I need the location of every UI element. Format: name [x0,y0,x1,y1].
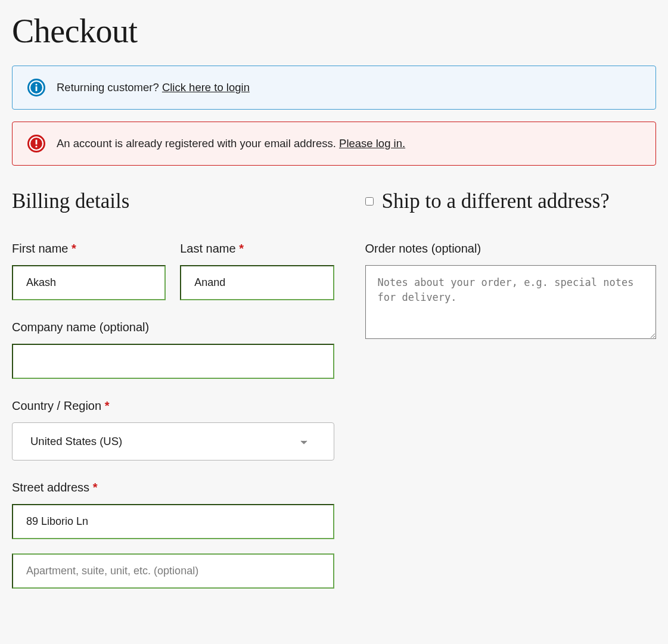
required-marker: * [93,481,98,494]
ship-different-checkbox[interactable] [365,197,374,206]
country-select[interactable]: United States (US) [12,422,334,461]
order-notes-textarea[interactable] [365,265,657,339]
login-link[interactable]: Click here to login [162,81,250,94]
notice-error-text: An account is already registered with yo… [57,137,405,150]
page-title: Checkout [12,12,656,50]
notice-returning-customer: Returning customer? Click here to login [12,66,656,110]
chevron-down-icon [300,435,307,448]
first-name-label: First name * [12,242,166,256]
notice-info-prefix: Returning customer? [57,81,162,94]
required-marker: * [105,399,110,412]
country-label-text: Country / Region [12,399,105,412]
info-icon [27,78,46,97]
svg-rect-3 [36,86,38,91]
svg-point-2 [35,83,37,85]
billing-heading: Billing details [12,189,334,213]
last-name-input[interactable] [180,265,334,300]
error-icon [27,134,46,153]
country-label: Country / Region * [12,399,334,413]
notice-account-exists: An account is already registered with yo… [12,122,656,166]
svg-rect-6 [36,140,38,145]
svg-point-7 [35,145,37,147]
street-label-text: Street address [12,481,93,494]
last-name-label-text: Last name [180,242,239,255]
required-marker: * [239,242,244,255]
company-input[interactable] [12,344,334,379]
order-notes-label: Order notes (optional) [365,242,657,256]
notice-info-text: Returning customer? Click here to login [57,81,250,94]
required-marker: * [72,242,76,255]
street-label: Street address * [12,481,334,494]
last-name-label: Last name * [180,242,334,256]
country-value: United States (US) [30,435,122,448]
please-login-link[interactable]: Please log in. [339,137,405,150]
company-label: Company name (optional) [12,321,334,334]
first-name-input[interactable] [12,265,166,300]
notice-error-prefix: An account is already registered with yo… [57,137,339,150]
street1-input[interactable] [12,504,334,539]
street2-input[interactable] [12,553,334,589]
ship-heading[interactable]: Ship to a different address? [382,189,610,213]
first-name-label-text: First name [12,242,72,255]
